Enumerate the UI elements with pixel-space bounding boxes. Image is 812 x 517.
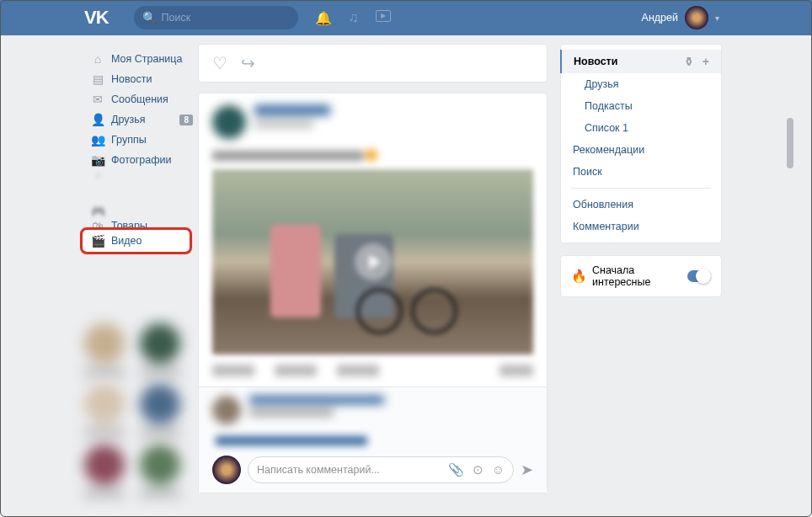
comment-input-row: 📎 ⊙ ☺ ➤ <box>212 456 533 484</box>
sidebar-item-label: Видео <box>111 235 142 247</box>
news-icon: ▤ <box>89 72 106 86</box>
username-label: Андрей <box>642 12 678 24</box>
search-box[interactable]: 🔍 <box>134 6 298 29</box>
photo-icon[interactable]: ⊙ <box>473 462 483 477</box>
menu-item-label: Поиск <box>573 166 602 178</box>
menu-item-label: Подкасты <box>585 100 633 112</box>
left-sidebar: ⌂Моя Страница ▤Новости ✉Сообщения 👤Друзь… <box>84 44 198 505</box>
show-more-comments[interactable] <box>216 436 367 445</box>
menu-item-label: Новости <box>574 56 617 67</box>
scrollbar[interactable] <box>787 118 793 168</box>
menu-item-label: Друзья <box>585 78 619 90</box>
comment-box[interactable]: 📎 ⊙ ☺ <box>248 456 514 483</box>
sidebar-item-mypage[interactable]: ⌂Моя Страница <box>84 49 198 69</box>
post-text <box>212 151 364 161</box>
video-play-icon[interactable]: ▶ <box>376 10 391 22</box>
sidebar-item-music-cut[interactable]: ♪ <box>84 170 198 179</box>
my-avatar <box>212 456 241 484</box>
chevron-down-icon: ▾ <box>715 13 719 23</box>
emoji-picker-icon[interactable]: ☺ <box>492 462 505 477</box>
header-icons: 🔔 ♫ ▶ <box>315 10 391 26</box>
top-header: VK 🔍 🔔 ♫ ▶ Андрей ▾ <box>0 0 812 35</box>
share-button[interactable] <box>337 365 379 376</box>
interesting-first-toggle[interactable]: 🔥 Сначала интересные <box>560 255 722 297</box>
home-icon: ⌂ <box>89 52 106 66</box>
sidebar-item-groups[interactable]: 👥Группы <box>84 130 198 150</box>
post-video-thumb[interactable] <box>212 169 533 354</box>
comment-input[interactable] <box>257 464 448 476</box>
search-icon: 🔍 <box>142 11 157 24</box>
groups-icon: 👥 <box>89 133 106 147</box>
send-icon[interactable]: ➤ <box>521 461 533 479</box>
prev-post-actions: ♡ ↪ <box>198 44 548 83</box>
sidebar-item-friends[interactable]: 👤Друзья8 <box>84 109 198 130</box>
play-icon[interactable] <box>355 243 392 280</box>
notifications-icon[interactable]: 🔔 <box>315 10 332 26</box>
like-icon[interactable]: ♡ <box>212 53 227 73</box>
share-icon[interactable]: ↪ <box>241 53 255 73</box>
author-name[interactable] <box>254 105 330 115</box>
message-icon: ✉ <box>89 93 106 106</box>
comment-button[interactable] <box>275 365 317 376</box>
author-avatar[interactable] <box>212 105 246 139</box>
sidebar-item-games-cut[interactable]: 🎮 <box>84 207 198 216</box>
comments-section: 📎 ⊙ ☺ ➤ <box>199 386 547 493</box>
menu-item-updates[interactable]: Обновления <box>561 194 721 216</box>
comment-text <box>249 409 334 416</box>
vk-logo[interactable]: VK <box>84 7 109 29</box>
views-count <box>499 365 533 376</box>
news-filter-menu: Новости ⚱+ Друзья Подкасты Список 1 Реко… <box>560 44 722 243</box>
menu-item-label: Комментарии <box>573 221 639 232</box>
menu-item-list1[interactable]: Список 1 <box>561 117 721 139</box>
menu-separator <box>571 188 711 189</box>
menu-item-label: Обновления <box>573 199 633 211</box>
main-feed: ♡ ↪ <box>198 44 548 505</box>
toggle-label: Сначала интересные <box>592 264 687 288</box>
search-input[interactable] <box>162 12 294 24</box>
menu-item-label: Рекомендации <box>573 144 644 156</box>
sidebar-item-video-highlight[interactable]: 🎬 Видео <box>80 227 192 254</box>
sidebar-item-messages[interactable]: ✉Сообщения <box>84 89 198 109</box>
comment-author[interactable] <box>249 396 384 404</box>
music-icon[interactable]: ♫ <box>349 10 359 26</box>
comment-avatar[interactable] <box>212 396 241 424</box>
post-action-bar <box>212 365 533 376</box>
post-timestamp <box>254 120 313 128</box>
avatar-icon <box>685 6 708 29</box>
sidebar-friends-grid <box>84 323 198 497</box>
friends-badge: 8 <box>179 115 193 125</box>
sidebar-item-label: Сообщения <box>111 93 168 105</box>
sidebar-item-label: Друзья <box>111 114 146 125</box>
sidebar-item-label: Новости <box>111 73 152 85</box>
sidebar-item-label: Фотографии <box>111 154 171 166</box>
menu-item-podcasts[interactable]: Подкасты <box>561 95 721 117</box>
right-column: Новости ⚱+ Друзья Подкасты Список 1 Реко… <box>560 44 722 505</box>
menu-item-comments[interactable]: Комментарии <box>561 216 721 237</box>
sidebar-item-news[interactable]: ▤Новости <box>84 69 198 89</box>
video-icon: 🎬 <box>89 234 106 248</box>
camera-icon: 📷 <box>89 153 106 167</box>
feed-post: 📎 ⊙ ☺ ➤ <box>198 93 548 493</box>
fire-icon: 🔥 <box>571 269 587 284</box>
comment-item <box>212 396 533 424</box>
menu-item-reco[interactable]: Рекомендации <box>561 139 721 161</box>
menu-item-search[interactable]: Поиск <box>561 161 721 183</box>
menu-item-friends[interactable]: Друзья <box>561 73 721 95</box>
profile-menu[interactable]: Андрей ▾ <box>642 6 719 29</box>
sidebar-item-label: Группы <box>111 134 147 146</box>
plus-icon[interactable]: + <box>702 55 709 68</box>
post-header <box>212 105 533 139</box>
like-button[interactable] <box>212 365 254 376</box>
music-icon: ♪ <box>89 168 106 181</box>
sidebar-item-label: Моя Страница <box>111 53 182 65</box>
emoji-icon <box>366 149 377 161</box>
menu-item-label: Список 1 <box>585 122 628 134</box>
filter-icon[interactable]: ⚱ <box>684 55 694 68</box>
friends-icon: 👤 <box>89 113 106 126</box>
attach-icon[interactable]: 📎 <box>448 462 464 477</box>
toggle-switch[interactable] <box>687 270 711 282</box>
menu-item-news[interactable]: Новости ⚱+ <box>560 50 721 73</box>
